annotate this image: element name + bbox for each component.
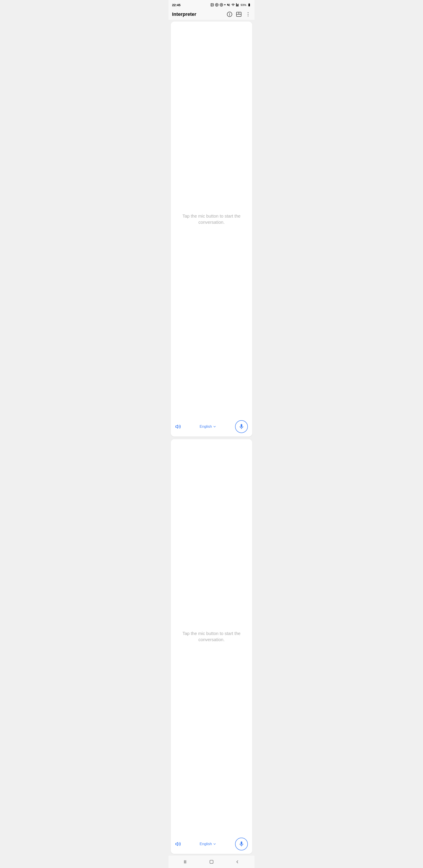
svg-rect-18	[210, 860, 213, 864]
bottom-panel-content: Tap the mic button to start the conversa…	[171, 439, 252, 834]
top-mic-button[interactable]	[235, 420, 248, 433]
layout-button[interactable]	[236, 11, 242, 17]
info-button[interactable]	[227, 11, 232, 17]
gallery-icon	[210, 3, 214, 7]
svg-point-1	[211, 4, 212, 5]
status-time: 22:45	[172, 3, 180, 7]
svg-point-2	[216, 4, 217, 5]
bottom-panel: Tap the mic button to start the conversa…	[171, 439, 252, 854]
battery-indicator: 93%	[241, 3, 246, 7]
top-language-label: English	[200, 425, 212, 429]
signal-icon	[236, 3, 239, 7]
recent-apps-button[interactable]	[183, 860, 188, 864]
top-chevron-down-icon	[213, 425, 216, 428]
status-bar: 22:45 • 93%	[169, 0, 254, 9]
battery-icon	[247, 3, 251, 7]
svg-point-12	[248, 16, 248, 16]
top-panel-placeholder: Tap the mic button to start the conversa…	[177, 213, 246, 225]
bottom-speaker-button[interactable]	[175, 841, 181, 847]
svg-point-11	[248, 14, 248, 14]
bottom-language-label: English	[200, 842, 212, 846]
bottom-chevron-down-icon	[213, 842, 216, 846]
mute-icon	[227, 3, 230, 7]
svg-point-10	[248, 12, 248, 13]
wifi-icon	[231, 3, 235, 7]
bottom-panel-footer: English	[171, 834, 252, 854]
nav-bar	[169, 856, 254, 868]
panels-container: Tap the mic button to start the conversa…	[169, 20, 254, 856]
bottom-microphone-icon	[238, 841, 245, 847]
top-speaker-button[interactable]	[175, 424, 181, 430]
top-language-selector[interactable]: English	[200, 425, 216, 429]
bottom-language-selector[interactable]: English	[200, 842, 216, 846]
app-title: Interpreter	[172, 11, 196, 17]
settings-icon-1	[215, 3, 219, 7]
back-button[interactable]	[235, 860, 240, 864]
home-button[interactable]	[209, 860, 214, 864]
dot-indicator: •	[224, 3, 226, 7]
svg-marker-13	[176, 425, 178, 428]
bottom-mic-button[interactable]	[235, 838, 248, 850]
svg-point-3	[221, 4, 222, 5]
header-actions	[227, 11, 251, 17]
top-panel-footer: English	[171, 417, 252, 437]
top-panel: Tap the mic button to start the conversa…	[171, 22, 252, 437]
top-panel-content: Tap the mic button to start the conversa…	[171, 22, 252, 417]
status-icons: • 93%	[210, 3, 251, 7]
svg-marker-14	[176, 842, 178, 845]
bottom-panel-placeholder: Tap the mic button to start the conversa…	[177, 630, 246, 643]
more-options-button[interactable]	[245, 11, 251, 17]
app-header: Interpreter	[169, 9, 254, 20]
top-microphone-icon	[238, 424, 245, 430]
settings-icon-2	[220, 3, 223, 7]
